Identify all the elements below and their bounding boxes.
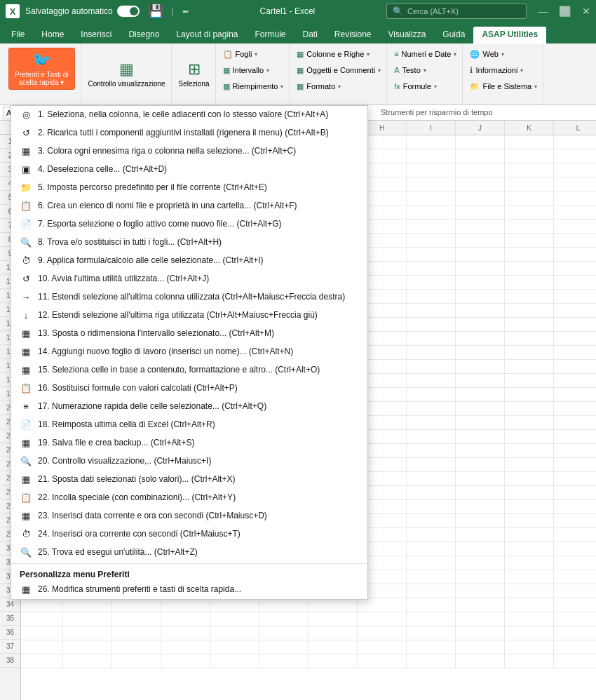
formato-btn[interactable]: ▦ Formato ▾ bbox=[292, 79, 385, 94]
cell[interactable] bbox=[554, 318, 596, 332]
cell[interactable] bbox=[407, 402, 456, 416]
cell[interactable] bbox=[407, 276, 456, 290]
cell[interactable] bbox=[456, 640, 505, 654]
cell[interactable] bbox=[259, 612, 309, 626]
list-item[interactable]: 📋16. Sostituisci formule con valori calc… bbox=[11, 379, 367, 398]
cell[interactable] bbox=[554, 528, 596, 542]
cell[interactable] bbox=[456, 626, 505, 640]
cell[interactable] bbox=[456, 584, 505, 598]
cell[interactable] bbox=[456, 290, 505, 304]
informazioni-btn[interactable]: ℹ Informazioni ▾ bbox=[466, 62, 541, 78]
cell[interactable] bbox=[259, 640, 309, 654]
cell[interactable] bbox=[505, 163, 554, 177]
cell[interactable] bbox=[554, 458, 596, 472]
cell[interactable] bbox=[554, 332, 596, 346]
cell[interactable] bbox=[505, 248, 554, 262]
list-item[interactable]: ▦19. Salva file e crea backup... (Ctrl+A… bbox=[11, 434, 367, 452]
cell[interactable] bbox=[407, 416, 456, 430]
tab-inserisci[interactable]: Inserisci bbox=[72, 27, 120, 43]
cell[interactable] bbox=[505, 570, 554, 584]
cell[interactable] bbox=[309, 640, 358, 654]
cell[interactable] bbox=[554, 542, 596, 556]
col-header-k[interactable]: K bbox=[505, 121, 554, 135]
cell[interactable] bbox=[505, 262, 554, 276]
cell[interactable] bbox=[456, 276, 505, 290]
cell[interactable] bbox=[456, 570, 505, 584]
cell[interactable] bbox=[21, 598, 63, 612]
cell[interactable] bbox=[21, 626, 63, 640]
cell[interactable] bbox=[554, 177, 596, 191]
cell[interactable] bbox=[554, 346, 596, 360]
tab-dati[interactable]: Dati bbox=[294, 27, 326, 43]
cell[interactable] bbox=[505, 444, 554, 458]
cell[interactable] bbox=[554, 234, 596, 248]
list-item[interactable]: ▦3. Colora ogni ennesima riga o colonna … bbox=[11, 142, 367, 161]
controllo-label[interactable]: Controllo visualizzazione bbox=[88, 80, 165, 88]
tab-layout[interactable]: Layout di pagina bbox=[168, 27, 246, 43]
cell[interactable] bbox=[259, 654, 309, 668]
cell[interactable] bbox=[505, 528, 554, 542]
cell[interactable] bbox=[505, 640, 554, 654]
cell[interactable] bbox=[407, 220, 456, 234]
tab-home[interactable]: Home bbox=[33, 27, 72, 43]
cell[interactable] bbox=[407, 472, 456, 486]
cell[interactable] bbox=[505, 472, 554, 486]
list-item[interactable]: ▣4. Deseleziona celle... (Ctrl+Alt+D) bbox=[11, 161, 367, 179]
oggetti-btn[interactable]: ▦ Oggetti e Commenti ▾ bbox=[292, 62, 385, 78]
cell[interactable] bbox=[505, 177, 554, 191]
cell[interactable] bbox=[21, 640, 63, 654]
cell[interactable] bbox=[407, 360, 456, 374]
intervallo-btn[interactable]: ▦ Intervallo ▾ bbox=[219, 62, 288, 78]
cell[interactable] bbox=[554, 191, 596, 206]
cell[interactable] bbox=[554, 500, 596, 514]
tab-asap[interactable]: ASAP Utilities bbox=[473, 27, 546, 43]
cell[interactable] bbox=[407, 556, 456, 570]
col-header-j[interactable]: J bbox=[456, 121, 505, 135]
cell[interactable] bbox=[407, 444, 456, 458]
cell[interactable] bbox=[407, 206, 456, 220]
cell[interactable] bbox=[456, 318, 505, 332]
cell[interactable] bbox=[554, 304, 596, 318]
cell[interactable] bbox=[554, 654, 596, 668]
cell[interactable] bbox=[505, 191, 554, 206]
cell[interactable] bbox=[407, 584, 456, 598]
list-item[interactable]: ▦23. Inserisci data corrente e ora con s… bbox=[11, 507, 367, 525]
cell[interactable] bbox=[407, 528, 456, 542]
cell[interactable] bbox=[456, 332, 505, 346]
tab-visualizza[interactable]: Visualizza bbox=[380, 27, 435, 43]
cell[interactable] bbox=[554, 276, 596, 290]
cell[interactable] bbox=[161, 626, 210, 640]
cell[interactable] bbox=[554, 248, 596, 262]
cell[interactable] bbox=[505, 332, 554, 346]
cell[interactable] bbox=[210, 626, 259, 640]
cell[interactable] bbox=[554, 290, 596, 304]
cell[interactable] bbox=[554, 360, 596, 374]
cell[interactable] bbox=[407, 135, 456, 149]
cell[interactable] bbox=[63, 654, 112, 668]
cell[interactable] bbox=[161, 640, 210, 654]
col-header-l[interactable]: L bbox=[554, 121, 596, 135]
cell[interactable] bbox=[456, 346, 505, 360]
cell[interactable] bbox=[554, 514, 596, 528]
tab-guida[interactable]: Guida bbox=[434, 27, 473, 43]
cell[interactable] bbox=[407, 234, 456, 248]
cell[interactable] bbox=[456, 444, 505, 458]
cell[interactable] bbox=[456, 612, 505, 626]
cell[interactable] bbox=[505, 556, 554, 570]
cell[interactable] bbox=[554, 612, 596, 626]
cell[interactable] bbox=[456, 472, 505, 486]
cell[interactable] bbox=[505, 290, 554, 304]
cell[interactable] bbox=[407, 346, 456, 360]
riempimento-btn[interactable]: ▦ Riempimento ▾ bbox=[219, 79, 288, 94]
cell[interactable] bbox=[21, 654, 63, 668]
testo-btn[interactable]: A Testo ▾ bbox=[390, 62, 461, 78]
cell[interactable] bbox=[407, 177, 456, 191]
cell[interactable] bbox=[505, 388, 554, 402]
cell[interactable] bbox=[358, 612, 407, 626]
cell[interactable] bbox=[407, 430, 456, 444]
list-item[interactable]: ▦21. Sposta dati selezionati (solo valor… bbox=[11, 471, 367, 489]
cell[interactable] bbox=[456, 206, 505, 220]
cell[interactable] bbox=[456, 500, 505, 514]
list-item[interactable]: ≡17. Numerazione rapida delle celle sele… bbox=[11, 398, 367, 416]
cell[interactable] bbox=[210, 612, 259, 626]
